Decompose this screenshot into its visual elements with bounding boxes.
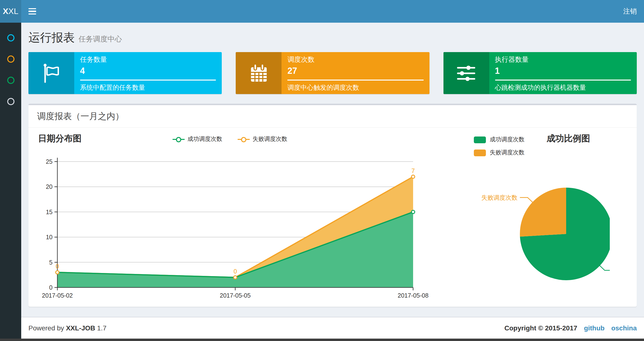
sidebar-toggle-button[interactable] <box>21 0 43 23</box>
top-navbar: XXL 注销 <box>0 0 644 23</box>
copyright-area: Copyright © 2015-2017 github oschina <box>504 324 637 332</box>
circle-icon <box>7 34 14 41</box>
pie-chart-legend: 成功调度次数失败调度次数 <box>474 136 524 157</box>
date-distribution-chart: 日期分布图 成功调度次数失败调度次数 05101520252017-05-022… <box>28 128 432 307</box>
logo-text-bold: X <box>3 7 8 16</box>
report-panel: 调度报表（一月之内） 日期分布图 成功调度次数失败调度次数 0510152025… <box>28 104 637 307</box>
svg-text:0: 0 <box>234 268 237 275</box>
stat-description: 系统中配置的任务数量 <box>80 84 216 92</box>
sidebar-item-2[interactable] <box>0 48 21 70</box>
pie-series-swatch <box>474 149 486 156</box>
progress-line <box>495 80 631 81</box>
navbar: 注销 <box>21 0 644 23</box>
legend-item[interactable]: 失败调度次数 <box>238 135 287 143</box>
hamburger-icon <box>28 8 36 10</box>
svg-text:25: 25 <box>46 158 52 165</box>
stat-value: 4 <box>80 66 216 76</box>
svg-text:2017-05-02: 2017-05-02 <box>42 292 73 299</box>
report-panel-header: 调度报表（一月之内） <box>28 105 637 128</box>
stat-label: 调度次数 <box>288 56 424 64</box>
svg-text:失败调度次数: 失败调度次数 <box>481 194 518 201</box>
bottom-edge-strip <box>0 338 644 341</box>
svg-text:5: 5 <box>49 259 52 266</box>
success-ratio-chart: 成功调度次数失败调度次数 成功比例图 成功调度次数失败调度次数 <box>438 128 610 307</box>
legend-item[interactable]: 成功调度次数 <box>474 136 524 144</box>
report-panel-body: 日期分布图 成功调度次数失败调度次数 05101520252017-05-022… <box>28 128 637 307</box>
circle-icon <box>7 55 14 63</box>
line-chart-plot: 05101520252017-05-022017-05-052017-05-08… <box>28 152 432 301</box>
stat-value: 27 <box>288 66 424 76</box>
app-root: XXL 注销 运行报表任务调度中心 <box>0 0 644 341</box>
pie-series-swatch <box>474 136 486 143</box>
stat-description: 心跳检测成功的执行器机器数量 <box>495 84 631 92</box>
svg-text:15: 15 <box>46 209 52 215</box>
pie-chart-plot: 成功调度次数失败调度次数 <box>438 157 610 307</box>
sliders-icon <box>443 52 489 94</box>
flag-icon <box>28 52 74 94</box>
svg-text:20: 20 <box>46 183 52 190</box>
stat-card-trigger-count: 调度次数 27 调度中心触发的调度次数 <box>236 52 430 94</box>
stat-label: 执行器数量 <box>495 56 631 64</box>
svg-text:0: 0 <box>56 263 59 270</box>
svg-text:10: 10 <box>46 234 52 240</box>
logout-link[interactable]: 注销 <box>616 0 644 23</box>
legend-item[interactable]: 成功调度次数 <box>172 135 222 143</box>
sidebar-item-3[interactable] <box>0 70 21 91</box>
circle-icon <box>7 98 14 105</box>
calendar-icon <box>236 52 282 94</box>
pie-chart-title: 成功比例图 <box>520 133 616 144</box>
sidebar-menu <box>0 23 21 112</box>
sidebar <box>0 23 21 338</box>
content-header: 运行报表任务调度中心 <box>21 23 644 45</box>
main-footer: Powered by XXL-JOB 1.7 Copyright © 2015-… <box>21 317 644 338</box>
stat-card-job-count: 任务数量 4 系统中配置的任务数量 <box>28 52 222 94</box>
stat-label: 任务数量 <box>80 56 216 64</box>
app-version: 1.7 <box>97 324 106 332</box>
page-title: 运行报表任务调度中心 <box>28 30 637 45</box>
panel-title: 调度报表（一月之内） <box>37 110 628 122</box>
powered-by: Powered by XXL-JOB 1.7 <box>28 324 106 332</box>
legend-item[interactable]: 失败调度次数 <box>474 149 524 157</box>
line-series-marker <box>172 136 184 142</box>
page-subtitle: 任务调度中心 <box>78 35 122 43</box>
stat-description: 调度中心触发的调度次数 <box>288 84 424 92</box>
app-name: XXL-JOB <box>66 324 95 332</box>
content: 任务数量 4 系统中配置的任务数量 <box>21 45 644 307</box>
sidebar-item-1[interactable] <box>0 27 21 48</box>
svg-text:2017-05-08: 2017-05-08 <box>398 292 428 299</box>
copyright-text: Copyright © 2015-2017 <box>504 324 577 332</box>
logo-text: XL <box>8 7 18 16</box>
stat-card-executor-count: 执行器数量 1 心跳检测成功的执行器机器数量 <box>443 52 637 94</box>
sidebar-item-4[interactable] <box>0 91 21 112</box>
progress-line <box>80 80 216 81</box>
stats-row: 任务数量 4 系统中配置的任务数量 <box>28 52 637 94</box>
stat-value: 1 <box>495 66 631 76</box>
line-series-marker <box>238 136 250 142</box>
circle-icon <box>7 77 14 84</box>
line-chart-legend: 成功调度次数失败调度次数 <box>28 135 432 143</box>
app-logo[interactable]: XXL <box>0 0 21 23</box>
github-link[interactable]: github <box>584 324 605 332</box>
content-wrapper: 运行报表任务调度中心 任务数量 4 <box>21 23 644 317</box>
svg-text:7: 7 <box>412 167 415 174</box>
progress-line <box>288 80 424 81</box>
svg-text:0: 0 <box>49 284 52 291</box>
svg-text:2017-05-05: 2017-05-05 <box>220 292 251 299</box>
oschina-link[interactable]: oschina <box>611 324 637 332</box>
